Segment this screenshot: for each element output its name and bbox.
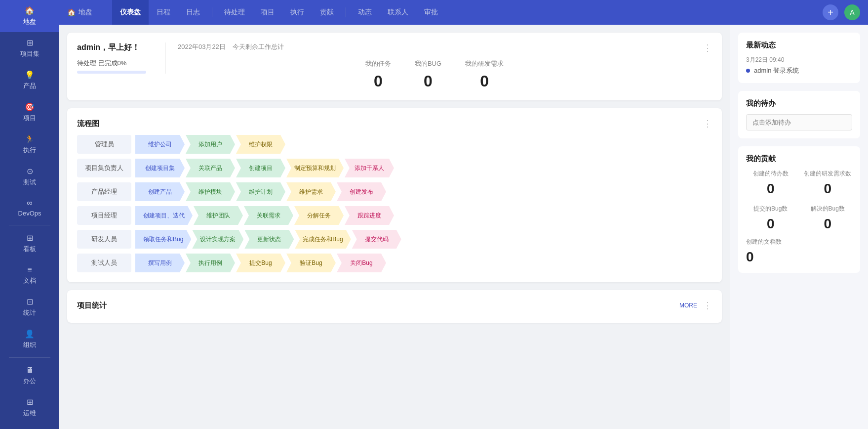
contrib-label: 创建的待办数 [746,170,795,178]
org-icon: 👤 [25,329,35,339]
flow-step: 提交Bug [236,254,285,272]
stat-dev: 我的研发需求 0 [465,59,504,90]
sidebar-item-devops[interactable]: ∞ DevOps [0,193,59,223]
add-button[interactable]: + [823,4,838,20]
sidebar-item-test[interactable]: ⊙ 测试 [0,161,59,193]
flow-step: 创建项目、迭代 [135,206,193,225]
avatar[interactable]: A [844,4,860,20]
project-stats-header: 项目统计 MORE ⋮ [77,300,712,311]
todo-input[interactable] [746,114,852,130]
tab-schedule[interactable]: 日程 [149,0,178,25]
welcome-card: admin，早上好！ 待处理 已完成0% 2022年03月22日 今天剩余工作总… [67,33,722,100]
project-stats-more-link[interactable]: MORE [679,302,697,309]
flow-row-product-mgr: 产品经理 创建产品 维护模块 维护计划 维护需求 创建发布 [77,182,712,201]
product-icon: 💡 [25,70,35,80]
sidebar-item-ops[interactable]: ⊞ 运维 [0,391,59,424]
flow-row-dev: 研发人员 领取任务和Bug 设计实现方案 更新状态 完成任务和Bug 提交代码 [77,230,712,249]
sidebar-item-product[interactable]: 💡 产品 [0,64,59,96]
stats-row: 我的任务 0 我的BUG 0 我的研发需求 0 [178,59,691,90]
topnav: 🏠 地盘 仪表盘 日程 日志 待处理 项目 执行 贡献 动态 联系人 审批 + … [59,0,868,25]
sidebar-item-dashboard[interactable]: 🏠 地盘 [0,0,59,32]
kanban-icon: ⊞ [27,233,33,243]
flow-step: 关闭Bug [337,254,386,272]
ops-icon: ⊞ [27,397,33,407]
task-label: 我的任务 [365,59,391,68]
flow-step: 维护权限 [236,135,285,154]
bug-value: 0 [415,72,441,90]
tab-dashboard[interactable]: 仪表盘 [112,0,149,25]
sidebar-item-label: 产品 [23,82,36,90]
flow-step: 跟踪进度 [345,206,394,225]
flow-step: 关联需求 [244,206,293,225]
activity-text: admin 登录系统 [754,66,799,75]
sidebar-item-office[interactable]: 🖥 办公 [0,360,59,391]
flow-step: 维护公司 [135,135,185,154]
flowchart-header: 流程图 ⋮ [77,118,712,129]
nav-divider-2 [346,7,346,17]
home-icon: 🏠 [25,6,35,15]
flow-step: 提交代码 [352,230,401,249]
contribution-title: 我的贡献 [746,154,852,164]
flow-step: 撰写用例 [135,254,185,272]
flow-step: 设计实现方案 [192,230,243,249]
welcome-more-button[interactable]: ⋮ [703,43,712,53]
tab-projects[interactable]: 项目 [253,0,282,25]
tab-contribution[interactable]: 贡献 [312,0,342,25]
tab-execution[interactable]: 执行 [282,0,312,25]
sidebar-item-stats[interactable]: ⊡ 统计 [0,291,59,323]
contrib-item-bug-submitted: 提交的Bug数 0 [746,205,795,232]
bug-label: 我的BUG [415,59,441,68]
sidebar: 🏠 地盘 ⊞ 项目集 💡 产品 🎯 项目 🏃 执行 ⊙ 测试 ∞ DevOps … [0,0,59,429]
sidebar-divider [9,225,50,225]
flow-step: 创建产品 [135,182,185,201]
flow-role: 项目集负责人 [77,159,131,177]
breadcrumb-label: 地盘 [79,8,92,17]
sidebar-item-label: 执行 [23,146,36,155]
tab-pending[interactable]: 待处理 [216,0,253,25]
flow-row-tester: 测试人员 撰写用例 执行用例 提交Bug 验证Bug 关闭Bug [77,254,712,272]
contrib-label: 解决的Bug数 [803,205,853,213]
office-icon: 🖥 [26,366,34,375]
contrib-value: 0 [746,181,795,197]
tab-log[interactable]: 日志 [178,0,208,25]
flow-step: 创建发布 [337,182,386,201]
sidebar-item-label: 地盘 [23,17,36,26]
contrib-label: 创建的文档数 [746,238,852,246]
sidebar-item-project[interactable]: 🎯 项目 [0,96,59,129]
contrib-item-todo: 创建的待办数 0 [746,170,795,197]
progress-bar-bg [77,71,146,74]
contribution-grid: 创建的待办数 0 创建的研发需求数 0 提交的Bug数 0 解决的Bug数 0 [746,170,852,232]
sidebar-item-label: 组织 [23,341,36,349]
contrib-value: 0 [803,216,853,232]
flowchart-more-button[interactable]: ⋮ [703,118,712,129]
flow-step: 执行用例 [186,254,235,272]
stat-bug: 我的BUG 0 [415,59,441,90]
project-stats-more-button[interactable]: ⋮ [703,300,712,311]
contrib-item-bug-resolved: 解决的Bug数 0 [803,205,853,232]
activity-item: admin 登录系统 [746,66,852,75]
docs-icon: ≡ [27,265,32,274]
flow-step: 领取任务和Bug [135,230,191,249]
projects-icon: ⊞ [27,38,33,47]
flow-step: 添加用户 [186,135,235,154]
contrib-value: 0 [746,249,852,265]
todo-title: 我的待办 [746,99,852,108]
sidebar-item-projects[interactable]: ⊞ 项目集 [0,32,59,64]
tab-approval[interactable]: 审批 [416,0,446,25]
flow-row-project-mgr: 项目经理 创建项目、迭代 维护团队 关联需求 分解任务 跟踪进度 [77,206,712,225]
test-icon: ⊙ [27,167,33,176]
contrib-docs: 创建的文档数 0 [746,238,852,265]
flow-role: 产品经理 [77,182,131,201]
sidebar-item-org[interactable]: 👤 组织 [0,323,59,355]
flow-role: 研发人员 [77,230,131,249]
sidebar-item-execution[interactable]: 🏃 执行 [0,129,59,161]
sidebar-item-kanban[interactable]: ⊞ 看板 [0,227,59,259]
flow-step: 关联产品 [186,159,235,177]
dev-label: 我的研发需求 [465,59,504,68]
sidebar-item-label: 项目 [23,114,36,123]
tab-dynamics[interactable]: 动态 [350,0,380,25]
sidebar-item-docs[interactable]: ≡ 文档 [0,259,59,291]
tab-contacts[interactable]: 联系人 [380,0,416,25]
flow-step: 维护模块 [186,182,235,201]
flow-step: 维护需求 [286,182,336,201]
